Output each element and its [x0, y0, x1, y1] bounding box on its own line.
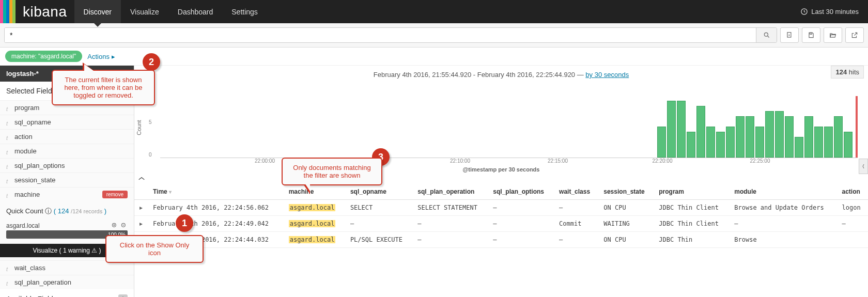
histogram-interval-link[interactable]: by 30 seconds [585, 71, 629, 79]
tab-discover[interactable]: Discover [74, 0, 121, 23]
y-tick: 0 [149, 152, 152, 158]
gear-icon[interactable] [118, 294, 128, 297]
histogram-bar[interactable] [795, 137, 803, 158]
col-program[interactable]: program [654, 184, 729, 200]
col-sql-plan-operation[interactable]: sql_plan_operation [412, 184, 488, 200]
histogram-bar[interactable] [746, 116, 754, 158]
field-type-icon: t [6, 266, 10, 270]
remove-field-button[interactable]: remove [102, 191, 128, 198]
field-sql-plan-operation[interactable]: tsql_plan_operation [0, 275, 134, 289]
field-label: sql_plan_operation [14, 278, 71, 286]
available-fields-header: Available Fields [0, 289, 134, 297]
field-module[interactable]: tmodule [0, 144, 134, 158]
tab-visualize[interactable]: Visualize [121, 0, 168, 23]
col-sql-opname[interactable]: sql_opname [345, 184, 412, 200]
filter-for-icon[interactable] [111, 222, 118, 229]
field-label: sql_plan_options [14, 162, 65, 169]
open-search-button[interactable] [824, 27, 842, 43]
field-type-icon: t [6, 280, 10, 285]
col-action[interactable]: action [836, 184, 868, 200]
cell-program: JDBC Thin [654, 232, 729, 248]
histogram-bar[interactable] [824, 127, 833, 158]
time-picker-label: Last 30 minutes [811, 8, 859, 15]
filter-pill-machine[interactable]: machine: "asgard.local" [5, 51, 82, 62]
search-row [0, 23, 868, 48]
new-icon [786, 32, 793, 39]
annotation-3-pointer-fill [305, 183, 310, 191]
search-input[interactable] [5, 28, 756, 42]
col-module[interactable]: module [729, 184, 836, 200]
expand-row-button[interactable]: ▸ [134, 200, 148, 216]
field-label: program [14, 104, 39, 112]
cell-sql-plan-options: – [488, 216, 554, 232]
histogram-bar[interactable] [844, 132, 853, 158]
field-label: sql_opname [14, 118, 51, 126]
histogram-bar[interactable] [716, 132, 725, 158]
histogram-bar[interactable] [706, 127, 715, 158]
filter-bar: machine: "asgard.local" Actions ▸ [0, 48, 868, 66]
field-sql-plan-options[interactable]: tsql_plan_options [0, 158, 134, 173]
content: 124 hits February 4th 2016, 21:55:44.920… [134, 66, 868, 297]
histogram-bar[interactable] [677, 101, 686, 158]
col-machine[interactable]: machine [284, 184, 345, 200]
cell-machine: asgard.local [284, 200, 345, 216]
quick-count-link[interactable]: ( 124 [54, 207, 71, 215]
save-search-button[interactable] [802, 27, 820, 43]
cell-action [836, 232, 868, 248]
histogram-bar[interactable] [687, 132, 695, 158]
x-tick: 22:15:00 [548, 158, 568, 164]
histogram-bar[interactable] [765, 111, 774, 158]
field-label: action [14, 133, 33, 140]
annotation-num-2: 2 [143, 53, 160, 71]
search-button[interactable] [756, 28, 777, 42]
histogram-bar[interactable] [814, 127, 823, 158]
time-picker[interactable]: Last 30 minutes [791, 0, 868, 23]
field-machine[interactable]: tmachineremove [0, 187, 134, 201]
histogram-bar[interactable] [657, 127, 666, 158]
hit-count: 124 hits [831, 66, 864, 79]
filter-actions-link[interactable]: Actions ▸ [87, 53, 115, 60]
field-action[interactable]: taction [0, 129, 134, 144]
tab-settings[interactable]: Settings [222, 0, 267, 23]
histogram-bar[interactable] [736, 116, 745, 158]
collapse-sidepanel-button[interactable] [859, 159, 868, 174]
field-sql-opname[interactable]: tsql_opname [0, 115, 134, 129]
expand-row-button[interactable]: ▸ [134, 216, 148, 232]
collapse-histogram-button[interactable] [134, 173, 868, 184]
histogram-bar[interactable] [804, 116, 813, 158]
field-session-state[interactable]: tsession_state [0, 173, 134, 187]
histogram-chart[interactable]: Count 10 5 0 22:00:00 22:05:00 22:10:00 … [145, 81, 858, 168]
histogram-bar[interactable] [785, 116, 794, 158]
col-wait-class[interactable]: wait_class [554, 184, 598, 200]
histogram-header: February 4th 2016, 21:55:44.920 - Februa… [134, 66, 868, 81]
histogram-bar[interactable] [696, 106, 705, 158]
col-time[interactable]: Time ▾ [148, 184, 284, 200]
annotation-3: Only documents matching the filter are s… [282, 158, 382, 185]
histogram-bar[interactable] [775, 111, 784, 158]
clock-icon [800, 8, 808, 15]
histogram-bar[interactable] [834, 116, 843, 158]
histogram-bar[interactable] [667, 101, 676, 158]
col-session-state[interactable]: session_state [598, 184, 654, 200]
tab-dashboard[interactable]: Dashboard [168, 0, 223, 23]
cell-action: logon [836, 200, 868, 216]
cell-machine: asgard.local [284, 216, 345, 232]
new-search-button[interactable] [780, 27, 799, 43]
annotation-2: The current filter is shown here, from w… [52, 70, 155, 105]
share-button[interactable] [845, 27, 864, 43]
chevron-left-icon [861, 163, 865, 169]
filter-out-icon[interactable] [120, 222, 128, 229]
histogram-bar[interactable] [726, 127, 735, 158]
chevron-up-icon [137, 176, 146, 181]
plot-area [160, 81, 858, 158]
histogram-bar[interactable] [755, 127, 764, 158]
histogram-edge-marker [856, 96, 858, 158]
cell-program: JDBC Thin Client [654, 216, 729, 232]
field-type-icon: t [6, 193, 10, 197]
field-type-icon: t [6, 149, 10, 153]
quick-count-row: asgard.local [0, 221, 134, 229]
top-nav: kibana Discover Visualize Dashboard Sett… [0, 0, 868, 23]
cell-sql-plan-options: – [488, 232, 554, 248]
col-sql-plan-options[interactable]: sql_plan_options [488, 184, 554, 200]
quick-count-value: asgard.local [6, 222, 40, 229]
